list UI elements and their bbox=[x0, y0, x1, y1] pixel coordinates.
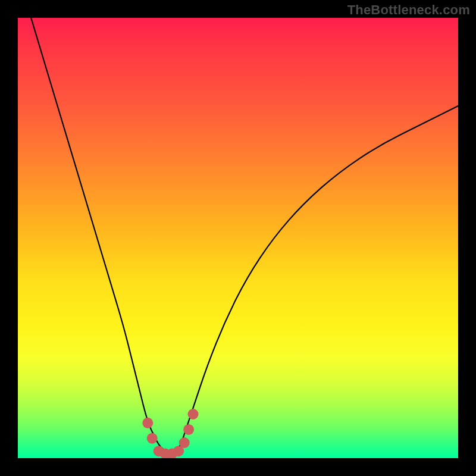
chart-frame: TheBottleneck.com bbox=[0, 0, 476, 476]
bottleneck-curve bbox=[31, 18, 458, 453]
highlight-marker bbox=[188, 409, 199, 419]
highlight-marker bbox=[142, 418, 153, 428]
highlight-marker bbox=[147, 433, 158, 444]
curve-layer bbox=[18, 18, 458, 458]
highlight-marker bbox=[183, 424, 194, 435]
highlight-marker bbox=[179, 437, 190, 448]
plot-area bbox=[18, 18, 458, 458]
watermark-text: TheBottleneck.com bbox=[347, 2, 470, 18]
highlight-markers bbox=[142, 409, 198, 458]
